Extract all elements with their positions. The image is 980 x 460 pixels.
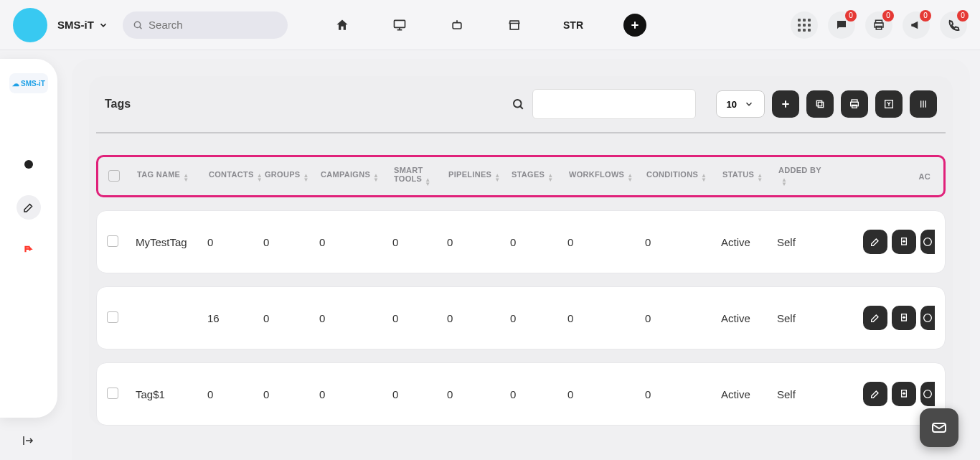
phone-icon — [947, 19, 960, 32]
row-edit-button[interactable] — [863, 382, 887, 406]
row-edit-button[interactable] — [863, 306, 887, 330]
panel-search-icon[interactable] — [504, 89, 532, 119]
store-icon[interactable] — [506, 18, 523, 32]
cell-smart: 0 — [392, 388, 447, 400]
megaphone-icon — [910, 19, 923, 32]
row-more-button[interactable] — [920, 230, 935, 254]
cell-workflows: 0 — [567, 312, 645, 324]
center-nav: STR — [334, 14, 646, 37]
svg-rect-8 — [818, 102, 823, 107]
sort-icon: ▲▼ — [183, 174, 189, 182]
sort-icon: ▲▼ — [373, 174, 379, 182]
cell-stages: 0 — [510, 312, 567, 324]
row-more-button[interactable] — [920, 306, 935, 330]
table-body: MyTestTag00000000ActiveSelf160000000Acti… — [96, 210, 946, 426]
col-addedby[interactable]: ADDED BY — [778, 166, 821, 174]
cell-pipelines: 0 — [447, 388, 510, 400]
row-edit-button[interactable] — [863, 230, 887, 254]
row-checkbox[interactable] — [107, 311, 118, 323]
global-search[interactable] — [123, 11, 288, 39]
printer-icon — [849, 98, 860, 110]
cell-contacts: 0 — [207, 236, 263, 248]
page-size-select[interactable]: 10 — [716, 90, 765, 118]
cell-status: Active — [721, 312, 777, 324]
table-wrap: TAG NAME▲▼ CONTACTS▲▼ GROUPS▲▼ CAMPAIGNS… — [89, 133, 953, 426]
col-status[interactable]: STATUS — [722, 170, 754, 179]
home-icon[interactable] — [334, 18, 351, 32]
chat-badge: 0 — [845, 10, 857, 22]
table-row: Tag$100000000ActiveSelf — [96, 362, 946, 426]
col-smart[interactable]: SMART TOOLS — [394, 166, 423, 183]
svg-point-6 — [24, 160, 33, 169]
sort-icon: ▲▼ — [701, 174, 707, 182]
svg-rect-2 — [453, 22, 461, 28]
print-table-button[interactable] — [841, 90, 868, 118]
rail-logo[interactable]: ☁SMS-iT — [9, 73, 48, 93]
row-assign-button[interactable] — [892, 230, 916, 254]
row-more-button[interactable] — [920, 382, 935, 406]
export-icon — [883, 98, 895, 110]
col-campaigns[interactable]: CAMPAIGNS — [321, 170, 370, 179]
cell-workflows: 0 — [567, 388, 645, 400]
columns-button[interactable] — [910, 90, 937, 118]
phone-button[interactable]: 0 — [940, 11, 967, 39]
row-checkbox[interactable] — [107, 388, 118, 399]
monitor-icon[interactable] — [391, 18, 408, 32]
table-row: MyTestTag00000000ActiveSelf — [96, 210, 946, 273]
rail-flag[interactable] — [17, 238, 41, 263]
svg-point-15 — [924, 238, 932, 246]
cell-conditions: 0 — [645, 388, 721, 400]
export-button[interactable] — [875, 90, 903, 118]
cell-pipelines: 0 — [447, 236, 510, 248]
workspace-switcher[interactable]: SMS-iT — [57, 19, 108, 31]
avatar[interactable] — [13, 8, 47, 42]
svg-point-17 — [924, 314, 932, 322]
rail-collapse[interactable] — [22, 434, 34, 450]
cell-status: Active — [721, 236, 777, 248]
cell-smart: 0 — [392, 236, 447, 248]
panel-title: Tags — [105, 98, 131, 111]
rail-analytics[interactable] — [17, 152, 41, 177]
right-icons: 0 0 0 0 — [791, 11, 967, 39]
panel-search-input[interactable] — [532, 89, 696, 119]
help-fab[interactable] — [920, 408, 958, 447]
row-assign-button[interactable] — [892, 382, 916, 406]
apps-button[interactable] — [791, 11, 818, 39]
print-button[interactable]: 0 — [865, 11, 892, 39]
panel-header: Tags 10 — [89, 76, 953, 132]
add-button[interactable] — [623, 14, 646, 37]
panel-search — [504, 89, 696, 119]
svg-point-0 — [134, 22, 140, 27]
sort-icon: ▲▼ — [257, 174, 263, 182]
global-search-input[interactable] — [149, 19, 278, 31]
rail-edit[interactable] — [17, 195, 41, 220]
copy-button[interactable] — [806, 90, 834, 118]
row-checkbox[interactable] — [107, 235, 118, 247]
top-bar: SMS-iT STR 0 0 0 0 — [0, 0, 980, 50]
analytics-icon — [22, 158, 35, 171]
col-pipelines[interactable]: PIPELINES — [448, 170, 491, 179]
row-assign-button[interactable] — [892, 306, 916, 330]
compose-icon — [22, 201, 35, 214]
table-header-row: TAG NAME▲▼ CONTACTS▲▼ GROUPS▲▼ CAMPAIGNS… — [96, 155, 946, 197]
robot-icon[interactable] — [448, 18, 466, 32]
print-badge: 0 — [882, 10, 894, 22]
col-stages[interactable]: STAGES — [512, 170, 545, 179]
columns-icon — [918, 98, 929, 110]
sort-icon: ▲▼ — [627, 174, 633, 182]
col-tagname[interactable]: TAG NAME — [137, 170, 180, 179]
page-size-value: 10 — [727, 99, 737, 110]
mail-icon — [930, 419, 948, 436]
printer-icon — [872, 19, 885, 32]
col-workflows[interactable]: WORKFLOWS — [569, 170, 624, 179]
add-tag-button[interactable] — [772, 90, 799, 118]
select-all-checkbox[interactable] — [108, 170, 120, 182]
chat-button[interactable]: 0 — [828, 11, 855, 39]
col-groups[interactable]: GROUPS — [265, 170, 300, 179]
nav-str[interactable]: STR — [563, 19, 583, 31]
table-row: 160000000ActiveSelf — [96, 286, 946, 349]
plus-icon — [780, 98, 791, 110]
announce-button[interactable]: 0 — [903, 11, 930, 39]
col-contacts[interactable]: CONTACTS — [209, 170, 254, 179]
col-conditions[interactable]: CONDITIONS — [646, 170, 698, 179]
